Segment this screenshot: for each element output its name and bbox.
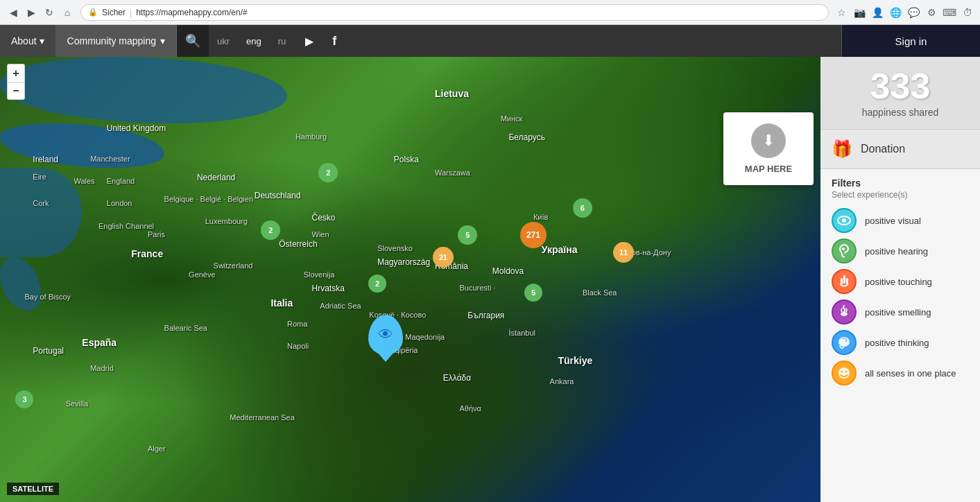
filter-item-hearing[interactable]: positive hearing [832,239,969,263]
bay-of-biscoy-visual [0,168,82,257]
svg-rect-5 [846,278,848,284]
zoom-controls: + − [7,64,25,100]
map-marker-271[interactable]: 271 [520,222,547,248]
main-content: Lietuva Минск Беларусь United Kingdom Ha… [0,57,980,502]
facebook-icon[interactable]: f [325,31,344,51]
url-text: https://mapmehappy.com/en/# [136,8,248,17]
top-navigation: About ▾ Community mapping ▾ 🔍 ukr eng ru… [0,25,980,57]
search-button[interactable]: 🔍 [177,25,209,57]
map-marker-3[interactable]: 3 [15,390,33,408]
map-marker-5-bottom[interactable]: 5 [524,284,542,302]
blue-pin-body: 👁 [368,315,403,355]
signin-label: Sign in [895,35,927,47]
map-here-icon: ⬇ [751,123,786,158]
keyboard-icon[interactable]: ⌨ [943,6,956,19]
app: About ▾ Community mapping ▾ 🔍 ukr eng ru… [0,25,980,502]
user-icon[interactable]: 👤 [870,6,884,19]
filter-label-hearing: positive hearing [865,246,928,257]
donation-section[interactable]: 🎁 Donation [820,130,980,169]
svg-point-9 [841,371,843,373]
forward-button[interactable]: ▶ [24,5,39,20]
filter-label-touching: positive touching [865,277,932,287]
refresh-button[interactable]: ↻ [42,5,57,20]
filter-label-visual: positive visual [865,216,921,226]
map-here-popup[interactable]: ⬇ MAP HERE [723,112,814,185]
filter-item-visual[interactable]: positive visual [832,208,969,233]
map-marker-6[interactable]: 6 [573,198,592,218]
address-bar[interactable]: 🔒 Sicher | https://mapmehappy.com/en/# [80,4,829,21]
donation-icon: 🎁 [832,139,852,159]
protocol-label: Sicher [102,8,126,17]
filters-title: Filters [832,178,969,189]
social-icons: ▶ f [294,31,350,51]
filters-subtitle: Select experience(s) [832,190,969,200]
browser-nav-buttons: ◀ ▶ ↻ ⌂ [6,5,75,20]
filter-item-touching[interactable]: positive touching [832,269,969,294]
map-marker-5-top[interactable]: 5 [458,225,477,245]
svg-point-1 [842,218,846,223]
map-here-text: MAP HERE [734,164,802,174]
signin-button[interactable]: Sign in [841,25,980,57]
filter-label-thinking: positive thinking [865,338,929,348]
thinking-icon [832,330,857,355]
lang-ru[interactable]: ru [270,25,295,57]
map-marker-berlin-2[interactable]: 2 [318,163,338,182]
youtube-icon[interactable]: ▶ [300,31,319,51]
visual-icon [832,208,857,233]
filter-item-smelling[interactable]: positive smelling [832,300,969,324]
browser-extension-icons: ☆ 📷 👤 🌐 💬 ⚙ ⌨ ⏱ [834,6,974,19]
about-arrow-icon: ▾ [40,35,44,46]
filter-label-all: all senses in one place [865,368,956,379]
back-button[interactable]: ◀ [6,5,21,20]
satellite-badge: SATELLITE [7,483,59,495]
filter-label-smelling: positive smelling [865,307,931,318]
map-marker-21[interactable]: 21 [433,247,454,268]
map-marker-11[interactable]: 11 [613,242,634,263]
chat-icon[interactable]: 💬 [906,6,920,19]
community-label: Community mapping [67,35,156,46]
about-menu[interactable]: About ▾ [0,25,56,57]
happiness-section: 333 happiness shared [820,57,980,130]
map-marker-2-bottom[interactable]: 2 [368,275,386,293]
smelling-icon [832,300,857,324]
right-sidebar: 333 happiness shared 🎁 Donation Filters … [820,57,980,502]
donation-label: Donation [861,143,905,155]
star-icon[interactable]: ☆ [834,6,848,19]
community-arrow-icon: ▾ [160,35,165,46]
blue-pin-marker[interactable]: 👁 [368,315,403,355]
home-button[interactable]: ⌂ [60,5,75,20]
filter-item-all[interactable]: all senses in one place [832,361,969,386]
download-arrow-icon: ⬇ [762,132,775,150]
filters-section: Filters Select experience(s) positive vi… [820,169,980,399]
all-senses-icon [832,361,857,386]
svg-rect-4 [841,278,843,284]
map-area[interactable]: Lietuva Минск Беларусь United Kingdom Ha… [0,57,820,502]
zoom-in-button[interactable]: + [7,64,25,82]
map-marker-2[interactable]: 2 [261,220,280,240]
zoom-out-button[interactable]: − [7,82,25,100]
community-mapping-menu[interactable]: Community mapping ▾ [56,25,177,57]
eye-icon: 👁 [378,326,393,344]
security-lock-icon: 🔒 [88,8,98,17]
svg-point-10 [845,371,848,373]
camera-icon[interactable]: 📷 [852,6,866,19]
svg-rect-3 [843,275,845,284]
filter-item-thinking[interactable]: positive thinking [832,330,969,355]
touching-icon [832,269,857,294]
happiness-number: 333 [832,68,969,104]
lang-eng[interactable]: eng [238,25,270,57]
globe-icon[interactable]: 🌐 [888,6,902,19]
timer-icon[interactable]: ⏱ [961,6,974,19]
svg-point-2 [842,248,845,250]
hearing-icon [832,239,857,263]
lang-ukr[interactable]: ukr [209,25,238,57]
about-label: About [11,35,37,46]
settings-icon[interactable]: ⚙ [925,6,938,19]
browser-bar: ◀ ▶ ↻ ⌂ 🔒 Sicher | https://mapmehappy.co… [0,0,980,25]
happiness-label: happiness shared [832,107,969,118]
map-background [0,57,820,502]
